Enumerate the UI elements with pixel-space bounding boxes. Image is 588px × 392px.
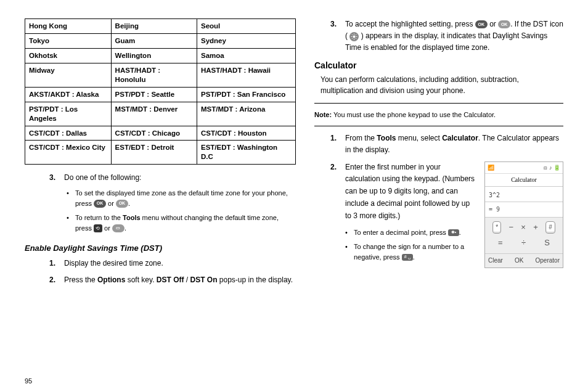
table-row: CST/CDT : DallasCST/CDT : ChicagoCST/CDT… [25,126,296,141]
table-row: AKST/AKDT : AlaskaPST/PDT : SeattlePST/P… [25,87,296,102]
back-key-icon: ⟲ [94,224,102,232]
table-row: PST/PDT : Los AngelesMST/MDT : DenverMST… [25,102,296,126]
table-cell: CST/CDT : Houston [197,126,295,141]
table-cell: AKST/AKDT : Alaska [25,87,112,102]
svg-line-5 [352,34,353,35]
table-cell: Wellington [111,48,197,63]
table-row: TokyoGuamSydney [25,33,296,48]
table-cell: EST/EDT : Washington D.C [197,141,295,165]
right-step-3: 3. To accept the highlighted setting, pr… [330,18,563,54]
table-cell: Sydney [197,33,295,48]
calc-expression: 3^2 [485,187,563,202]
calculator-intro: You can perform calculations, including … [321,74,563,97]
table-cell: MST/MDT : Denver [111,102,197,126]
calc-softkeys: Clear OK Operator [485,253,563,267]
dst-step-2: 2. Press the Options soft key. DST Off /… [49,274,296,286]
star-key-icon: ✱• [448,229,459,236]
table-cell: Tokyo [25,33,112,48]
table-cell: Guam [111,33,197,48]
table-cell: PST/PDT : Los Angeles [25,102,112,126]
minus-op: − [508,221,513,234]
svg-line-8 [356,34,356,35]
table-cell: MST/MDT : Arizona [197,102,295,126]
table-cell: Okhotsk [25,48,112,63]
dst-heading: Enable Daylight Savings Time (DST) [25,243,296,253]
calculator-screenshot: 📶⧈ ♪ 🔋 Calculator 3^2 = 9 * − × + # [484,161,563,268]
svg-line-6 [356,38,356,38]
calc-operator-pad: * − × + # = ÷ S [485,218,563,253]
softkey-operator: Operator [536,256,560,266]
calc-step-2: 2. Enter the first number in your calcul… [330,161,563,268]
bullet-decimal: • To enter a decimal point, press ✱•. [345,227,477,238]
calc-title: Calculator [485,174,563,187]
softkey-ok: OK [515,256,523,266]
dst-step-1: 1. Display the desired time zone. [49,258,296,269]
times-op: × [521,221,526,234]
table-row: OkhotskWellingtonSamoa [25,48,296,63]
svg-point-0 [353,35,356,38]
dst-sun-icon [349,32,359,41]
bullet-return-tools: • To return to the Tools menu without ch… [67,213,296,234]
hash-key-icon: # ␣ [402,254,413,261]
table-cell: Seoul [197,19,295,34]
page-number: 95 [25,377,32,385]
table-row: MidwayHAST/HADT : HonoluluHAST/HADT : Ha… [25,63,296,87]
calc-result: = 9 [485,202,563,218]
table-cell: PST/PDT : Seattle [111,87,197,102]
divide-op: ÷ [521,237,526,250]
table-cell: CST/CDT : Mexico City [25,141,112,165]
ok-icon: OK [475,20,488,28]
table-cell: CST/CDT : Dallas [25,126,112,141]
status-bar: 📶⧈ ♪ 🔋 [485,162,563,174]
timezone-table: Hong KongBeijingSeoulTokyoGuamSydneyOkho… [25,18,296,165]
table-cell: EST/EDT : Detroit [111,141,197,165]
table-row: Hong KongBeijingSeoul [25,19,296,34]
table-cell: HAST/HADT : Hawaii [197,63,295,87]
calc-step-1: 1. From the Tools menu, select Calculato… [330,133,563,156]
table-cell: Samoa [197,48,295,63]
divider [314,126,563,126]
ok-icon: OK [94,200,106,208]
table-cell: Midway [25,63,112,87]
table-cell: Beijing [111,19,197,34]
table-row: CST/CDT : Mexico CityEST/EDT : DetroitES… [25,141,296,165]
table-cell: CST/CDT : Chicago [111,126,197,141]
bullet-set-default-tz: • To set the displayed time zone as the … [67,188,296,209]
table-cell: PST/PDT : San Francisco [197,87,295,102]
step-text: Do one of the following: [64,173,141,182]
equals-op: = [498,237,503,250]
table-cell: Hong Kong [25,19,112,34]
note: Note: You must use the phone keypad to u… [314,110,563,120]
plus-op: + [533,221,538,234]
table-cell: HAST/HADT : Honolulu [111,63,197,87]
softkey-clear: Clear [488,256,503,266]
softkey-icon: ▭ [112,224,125,232]
bullet-negative: • To change the sign for a number to a n… [345,242,477,263]
calculator-heading: Calculator [314,60,563,70]
signal-icon: 📶 [488,163,494,172]
bluetooth-icon: ⧈ ♪ 🔋 [544,163,560,172]
asterisk-key: * [492,221,501,234]
divider [314,103,563,104]
svg-line-7 [352,38,353,38]
hash-key: # [545,221,555,234]
ok-wide-icon: OK [116,200,128,208]
ok-wide-icon: OK [498,20,510,28]
s-op: S [544,237,550,250]
left-step-3: 3. Do one of the following: • To set the… [49,172,296,237]
